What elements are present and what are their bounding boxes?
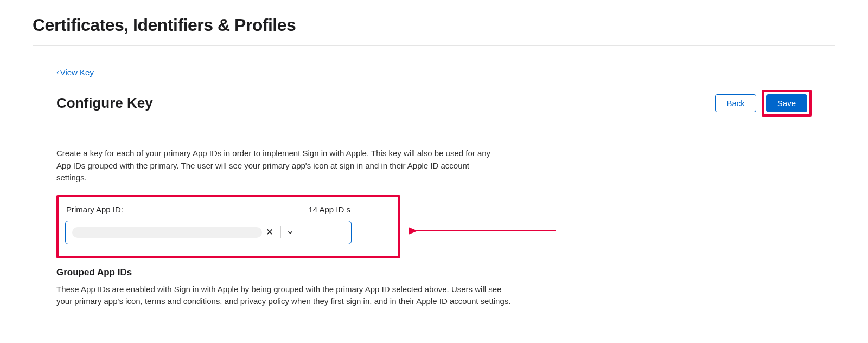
grouped-app-ids-description: These App IDs are enabled with Sign in w… [56,283,512,308]
action-buttons: Back Save [715,90,812,117]
primary-app-id-label: Primary App ID: [66,205,123,214]
back-button[interactable]: Back [715,94,756,112]
close-icon: ✕ [266,227,273,237]
combobox-divider [280,226,281,238]
clear-selection-button[interactable]: ✕ [262,226,277,238]
page-title: Certificates, Identifiers & Profiles [33,0,835,46]
section-title: Configure Key [56,95,153,112]
primary-app-id-select[interactable]: ✕ [65,221,352,244]
chevron-left-icon: ‹ [56,68,59,76]
chevron-down-icon [286,229,294,236]
save-button[interactable]: Save [766,94,807,112]
key-description: Create a key for each of your primary Ap… [56,147,501,184]
primary-app-highlight-annotation: Primary App ID: 14 App ID s ✕ [56,195,400,258]
save-highlight-annotation: Save [762,90,812,117]
back-link-text: View Key [60,68,94,77]
grouped-app-ids-title: Grouped App IDs [56,267,812,278]
selected-app-id-value [72,227,262,238]
arrow-annotation [409,225,561,236]
app-id-count: 14 App ID s [308,205,350,214]
view-key-back-link[interactable]: ‹ View Key [56,68,94,77]
dropdown-toggle[interactable] [284,229,296,236]
